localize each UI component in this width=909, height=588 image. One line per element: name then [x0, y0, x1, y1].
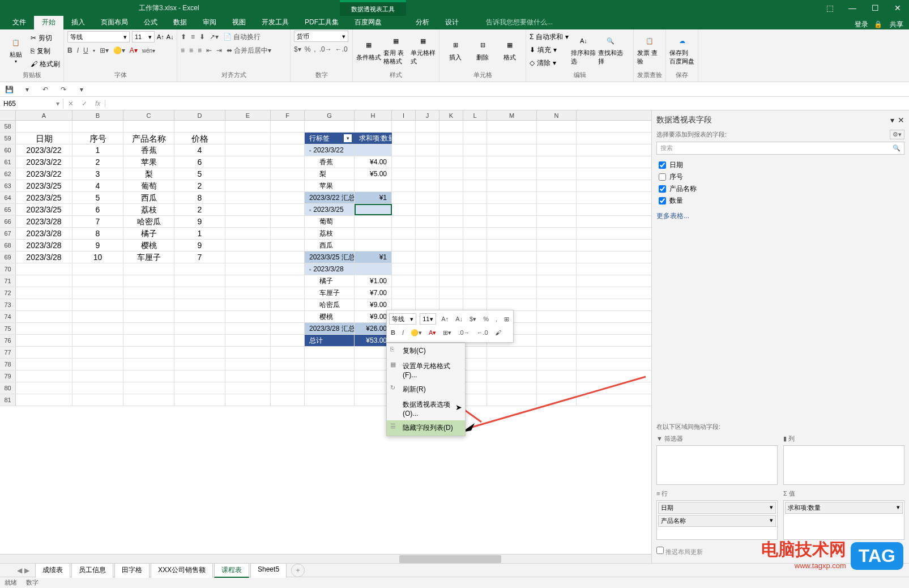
- row-header[interactable]: 61: [0, 156, 16, 168]
- cell[interactable]: [416, 204, 439, 215]
- cell[interactable]: [271, 287, 305, 299]
- maximize-button[interactable]: ☐: [864, 0, 886, 16]
- cell[interactable]: [123, 275, 174, 287]
- cell[interactable]: 产品名称: [123, 133, 174, 144]
- mini-dec-inc-icon[interactable]: .0→: [456, 329, 471, 336]
- align-middle-icon[interactable]: ≡: [191, 33, 195, 41]
- mini-size-combo[interactable]: 11▾: [420, 313, 436, 325]
- cell[interactable]: [72, 347, 123, 358]
- cell[interactable]: 2023/3/22 汇总: [305, 192, 355, 203]
- cell[interactable]: 9: [174, 240, 225, 251]
- mini-decrease-font-icon[interactable]: A↓: [454, 315, 464, 323]
- field-item[interactable]: 数量: [656, 195, 904, 207]
- cell[interactable]: [355, 121, 392, 132]
- cell[interactable]: [123, 287, 174, 299]
- cell[interactable]: ¥9.00: [355, 299, 392, 310]
- cell[interactable]: [16, 263, 72, 275]
- cell[interactable]: [72, 299, 123, 310]
- cell[interactable]: [439, 216, 463, 227]
- column-header[interactable]: D: [174, 110, 225, 120]
- cell[interactable]: [225, 263, 271, 275]
- increase-font-icon[interactable]: A↑: [157, 33, 164, 40]
- columns-drop-area[interactable]: [783, 445, 904, 485]
- ctx-hide-field-list[interactable]: ☰隐藏字段列表(D): [387, 420, 465, 436]
- cell[interactable]: 苹果: [305, 180, 355, 191]
- column-header[interactable]: E: [225, 110, 271, 120]
- cell[interactable]: 行标签▾: [305, 133, 355, 144]
- qat-dropdown-icon[interactable]: ▾: [22, 84, 33, 95]
- row-header[interactable]: 65: [0, 204, 16, 215]
- cell[interactable]: [463, 228, 487, 239]
- cell[interactable]: [16, 275, 72, 287]
- cell[interactable]: [225, 359, 271, 370]
- cell[interactable]: [174, 347, 225, 358]
- sheet-tab[interactable]: 成绩表: [35, 563, 70, 578]
- cell[interactable]: [439, 133, 463, 144]
- cell[interactable]: [537, 263, 577, 275]
- indent-decrease-icon[interactable]: ⇤: [206, 46, 212, 54]
- cell[interactable]: 2023/3/22: [16, 168, 72, 180]
- row-header[interactable]: 78: [0, 359, 16, 370]
- cell[interactable]: [439, 263, 463, 275]
- align-right-icon[interactable]: ≡: [198, 46, 202, 54]
- ribbon-tab[interactable]: 开发工具: [254, 15, 297, 29]
- redo-icon[interactable]: ↷: [58, 84, 69, 95]
- ribbon-tab[interactable]: 百度网盘: [347, 15, 390, 29]
- cell[interactable]: [271, 121, 305, 132]
- cell[interactable]: [174, 311, 225, 322]
- cell[interactable]: [225, 144, 271, 156]
- cell[interactable]: [439, 180, 463, 191]
- field-pane-dropdown-icon[interactable]: ▾: [890, 116, 894, 125]
- cell[interactable]: 4: [174, 144, 225, 156]
- cell[interactable]: 葡萄: [123, 180, 174, 191]
- cell[interactable]: [72, 287, 123, 299]
- row-header[interactable]: 73: [0, 299, 16, 310]
- cell[interactable]: [463, 180, 487, 191]
- cell[interactable]: [16, 359, 72, 370]
- cell[interactable]: [123, 299, 174, 310]
- cell[interactable]: [174, 359, 225, 370]
- cell[interactable]: [225, 204, 271, 215]
- cell[interactable]: [537, 335, 577, 346]
- cell[interactable]: [225, 382, 271, 394]
- cell[interactable]: [72, 275, 123, 287]
- row-header[interactable]: 63: [0, 180, 16, 191]
- area-chip[interactable]: 日期▾: [658, 502, 776, 514]
- mini-format-painter-icon[interactable]: 🖌: [493, 329, 503, 336]
- mini-currency-icon[interactable]: $▾: [468, 315, 478, 323]
- cell[interactable]: [537, 240, 577, 251]
- cell[interactable]: 2023/3/28 汇总: [305, 323, 355, 334]
- cell[interactable]: ¥1.00: [355, 275, 392, 287]
- cell[interactable]: [392, 228, 416, 239]
- qat-dropdown2-icon[interactable]: ▾: [76, 84, 87, 95]
- cell[interactable]: [271, 216, 305, 227]
- paste-button[interactable]: 📋粘贴▾: [3, 31, 28, 69]
- cell[interactable]: 哈密瓜: [305, 299, 355, 310]
- cell[interactable]: [537, 347, 577, 358]
- cell[interactable]: 香蕉: [305, 156, 355, 168]
- cell[interactable]: [16, 335, 72, 346]
- autosum-button[interactable]: Σ 自动求和▾: [530, 31, 569, 43]
- cell[interactable]: [439, 252, 463, 263]
- cell[interactable]: [271, 382, 305, 394]
- cell[interactable]: [537, 168, 577, 180]
- cell[interactable]: [16, 394, 72, 406]
- cell[interactable]: 1: [174, 228, 225, 239]
- area-chip[interactable]: 求和项:数量▾: [785, 502, 903, 514]
- row-header[interactable]: 76: [0, 335, 16, 346]
- cell[interactable]: [537, 323, 577, 334]
- cell[interactable]: [463, 204, 487, 215]
- format-painter-button[interactable]: 🖌 格式刷: [31, 58, 60, 70]
- cell[interactable]: [225, 323, 271, 334]
- mini-italic-icon[interactable]: I: [400, 329, 406, 336]
- cell[interactable]: [463, 240, 487, 251]
- cell[interactable]: [225, 370, 271, 382]
- cell[interactable]: [225, 311, 271, 322]
- cell[interactable]: 2023/3/25 汇总: [305, 252, 355, 263]
- decimal-decrease-icon[interactable]: ←.0: [335, 45, 348, 53]
- save-cloud-button[interactable]: ☁保存到 百度网盘: [669, 31, 694, 69]
- sheet-tab[interactable]: 课程表: [214, 563, 249, 578]
- field-pane-close-icon[interactable]: ✕: [898, 116, 904, 125]
- cell[interactable]: [305, 347, 355, 358]
- cell[interactable]: [271, 394, 305, 406]
